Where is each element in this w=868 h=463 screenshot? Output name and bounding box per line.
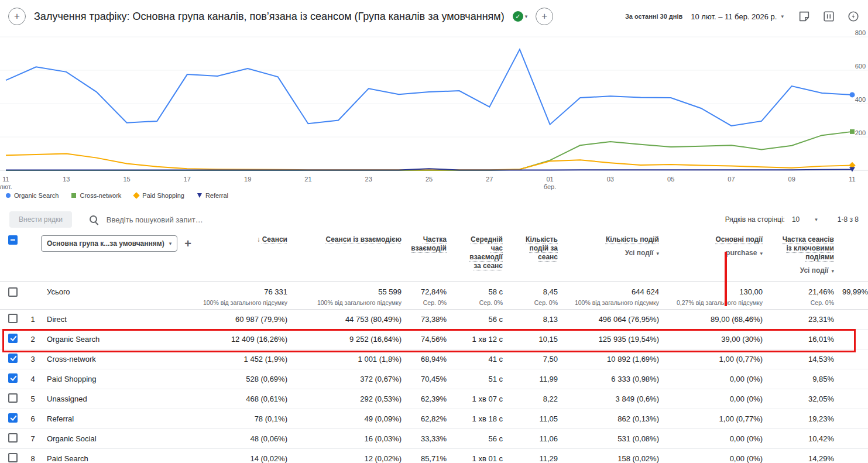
cell-overflow [835,428,868,448]
chevron-down-icon: ▾ [781,14,784,19]
select-all-checkbox[interactable] [8,235,18,245]
table-row[interactable]: 3 Cross-network 1 452 (1,9%) 1 001 (1,8%… [0,349,868,369]
cell-event-count: 862 (0,13%) [559,409,660,428]
cell-avg-engagement-time: 56 с [448,428,504,448]
add-comparison-button[interactable]: + [8,8,26,25]
event-selector[interactable]: Усі події▾ [559,249,659,257]
table-row[interactable]: 2 Organic Search 12 409 (16,26%) 9 252 (… [0,329,868,349]
plot-rows-button[interactable]: Внести рядки [9,211,72,228]
note-icon[interactable] [798,10,811,23]
row-checkbox[interactable] [8,314,18,323]
rows-per-page-select[interactable]: 10 ▾ [792,215,818,224]
chart-legend: Organic SearchCross-networkPaid Shopping… [6,192,228,199]
row-checkbox[interactable] [8,453,18,462]
totals-key-events: 130,000,27% від загального підсумку [660,281,764,309]
key-event-selector[interactable]: purchase▾ [660,249,763,257]
row-index: 8 [26,448,41,463]
search-icon [90,215,98,224]
legend-item[interactable]: Cross-network [71,192,121,199]
check-badge-icon: ✓ [513,11,523,22]
cell-avg-engagement-time: 41 с [448,349,504,369]
row-checkbox[interactable] [8,393,18,403]
x-tick-label: 11 [849,176,855,183]
dimension-selector[interactable]: Основна група к...за умовчанням) ▾ [41,235,177,252]
y-axis-label: 600 [855,63,866,70]
row-checkbox[interactable] [8,373,18,383]
cell-events-per-session: 11,05 [504,409,559,428]
compare-icon[interactable] [822,10,835,23]
cell-avg-engagement-time: 1 хв 07 с [448,389,504,409]
totals-event-count: 644 624100% від загального підсумку [559,281,660,309]
analytics-report-page: + Залучення трафіку: Основна група канал… [0,0,868,463]
table-row[interactable]: 7 Organic Social 48 (0,06%) 16 (0,03%) 3… [0,428,868,448]
table-row[interactable]: 5 Unassigned 468 (0,61%) 292 (0,53%) 62,… [0,389,868,409]
y-axis-label: 200 [855,129,866,136]
channel-name: Organic Search [41,329,193,349]
rows-per-page-value: 10 [792,215,800,224]
channel-name: Cross-network [41,349,193,369]
x-tick-label: 07 [728,176,735,183]
cell-sessions: 14 (0,02%) [193,448,289,463]
legend-item[interactable]: Referral [197,192,228,199]
channel-name: Direct [41,309,193,329]
add-dimension-button[interactable]: + [184,238,191,249]
col-header-engagement-rate[interactable]: Частка взаємодій [403,231,448,281]
legend-circle-icon [6,193,11,198]
cell-key-events: 0,00 (0%) [660,389,764,409]
cell-key-events: 1,00 (0,77%) [660,349,764,369]
channels-table: Основна група к...за умовчанням) ▾ + ↓Се… [0,231,868,463]
col-header-event-count[interactable]: Кількість подій Усі події▾ [559,231,660,281]
row-checkbox[interactable] [8,433,18,443]
row-index: 4 [26,369,41,389]
legend-triangle-icon [197,193,202,198]
row-index: 2 [26,329,41,349]
col-header-avg-engagement-time[interactable]: Середній час взаємодії за сеанс [448,231,504,281]
table-header-row: Основна група к...за умовчанням) ▾ + ↓Се… [0,231,868,281]
cell-event-count: 125 935 (19,54%) [559,329,660,349]
row-checkbox[interactable] [8,413,18,423]
cell-key-event-rate: 14,29% [764,448,835,463]
legend-item[interactable]: Paid Shopping [134,192,184,199]
cell-engaged-sessions: 16 (0,03%) [289,428,403,448]
table-row[interactable]: 8 Paid Search 14 (0,02%) 12 (0,02%) 85,7… [0,448,868,463]
totals-row: Усього 76 331100% від загального підсумк… [0,281,868,309]
cell-key-event-rate: 9,85% [764,369,835,389]
cell-engagement-rate: 85,71% [403,448,448,463]
totals-events-per-session: 8,45Сер. 0% [504,281,559,309]
cell-events-per-session: 8,13 [504,309,559,329]
table-row[interactable]: 6 Referral 78 (0,1%) 49 (0,09%) 62,82% 1… [0,409,868,428]
col-header-engaged-sessions[interactable]: Сеанси із взаємодією [289,231,403,281]
col-header-key-event-rate[interactable]: Частка сеансів із ключовими подіями Усі … [764,231,835,281]
legend-item[interactable]: Organic Search [6,192,59,199]
cell-events-per-session: 8,22 [504,389,559,409]
row-checkbox[interactable] [8,354,18,363]
date-range-picker[interactable]: 10 лют. – 11 бер. 2026 р. ▾ [691,12,784,21]
table-search [90,215,359,225]
totals-checkbox[interactable] [8,287,18,297]
table-row[interactable]: 4 Paid Shopping 528 (0,69%) 372 (0,67%) … [0,369,868,389]
search-input[interactable] [105,215,359,225]
traffic-chart [0,33,868,173]
x-tick-label: 19 [244,176,251,183]
add-filter-button[interactable]: + [536,8,553,25]
insights-icon[interactable] [847,10,860,23]
x-tick-label: 27 [486,176,493,183]
x-tick-label: 15 [123,176,130,183]
col-header-events-per-session[interactable]: Кількість подій за сеанс [504,231,559,281]
col-header-sessions[interactable]: ↓Сеанси [193,231,289,281]
cell-events-per-session: 11,99 [504,369,559,389]
annotation-red-line [725,252,727,306]
cell-engagement-rate: 70,45% [403,369,448,389]
table-row[interactable]: 1 Direct 60 987 (79,9%) 44 753 (80,49%) … [0,309,868,329]
row-index: 3 [26,349,41,369]
cell-overflow [835,369,868,389]
legend-diamond-icon [133,192,140,198]
cell-event-count: 158 (0,02%) [559,448,660,463]
channel-name: Organic Social [41,428,193,448]
x-axis: 11лют.131517192123252701бер.0305070911 [0,173,868,193]
data-quality-badge[interactable]: ✓ ▾ [513,11,528,22]
cell-overflow [835,349,868,369]
row-checkbox[interactable] [8,334,18,343]
col-header-key-events[interactable]: Основні події purchase▾ [660,231,764,281]
key-event-rate-selector[interactable]: Усі події▾ [764,266,834,275]
